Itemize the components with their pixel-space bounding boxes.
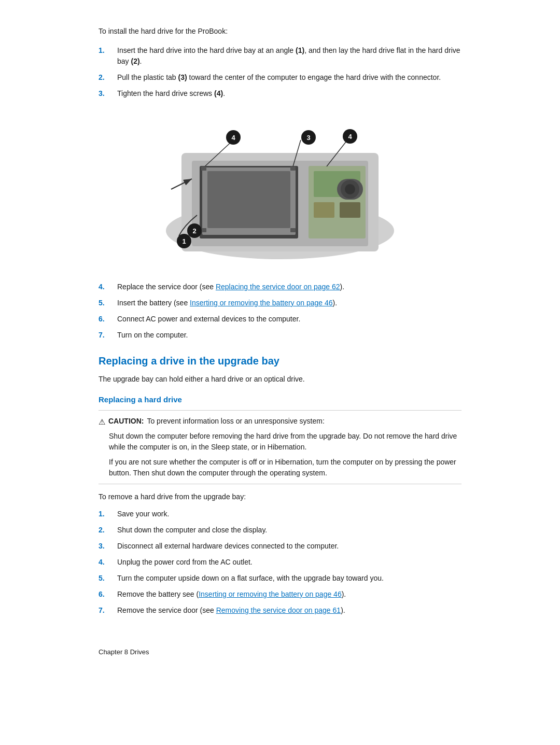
- step-2-num: 2.: [99, 72, 114, 83]
- remove-step-4-num: 4.: [99, 557, 114, 568]
- remove-step-5: 5. Turn the computer upside down on a fl…: [99, 573, 461, 584]
- page-container: To install the hard drive for the ProBoo…: [57, 0, 503, 688]
- install-step-3: 3. Tighten the hard drive screws (4).: [99, 88, 461, 99]
- post-step-6: 6. Connect AC power and external devices…: [99, 314, 461, 325]
- step-1-content: Insert the hard drive into the hard driv…: [117, 45, 461, 67]
- svg-rect-12: [314, 202, 334, 218]
- remove-step-5-content: Turn the computer upside down on a flat …: [117, 573, 461, 584]
- post-step-7-content: Turn on the computer.: [117, 330, 461, 341]
- remove-steps-list: 1. Save your work. 2. Shut down the comp…: [99, 509, 461, 616]
- post-step-7: 7. Turn on the computer.: [99, 330, 461, 341]
- post-step-5: 5. Insert the battery (see Inserting or …: [99, 298, 461, 308]
- remove-step-1: 1. Save your work.: [99, 509, 461, 519]
- remove-step-1-content: Save your work.: [117, 509, 461, 519]
- intro-paragraph: To install the hard drive for the ProBoo…: [99, 26, 461, 37]
- svg-text:4: 4: [348, 133, 352, 140]
- remove-step-3-content: Disconnect all external hardware devices…: [117, 541, 461, 552]
- battery-link-1[interactable]: Inserting or removing the battery on pag…: [190, 299, 333, 307]
- caution-body-1: Shut down the computer before removing t…: [99, 431, 461, 453]
- post-step-4-content: Replace the service door (see Replacing …: [117, 282, 461, 292]
- post-step-7-num: 7.: [99, 330, 114, 341]
- install-step-2: 2. Pull the plastic tab (3) toward the c…: [99, 72, 461, 83]
- remove-step-6-num: 6.: [99, 589, 114, 600]
- service-door-link[interactable]: Replacing the service door on page 62: [216, 283, 340, 291]
- svg-rect-7: [290, 166, 296, 171]
- post-diagram-steps-list: 4. Replace the service door (see Replaci…: [99, 282, 461, 341]
- svg-rect-9: [290, 228, 296, 232]
- remove-step-4-content: Unplug the power cord from the AC outlet…: [117, 557, 461, 568]
- post-step-5-content: Insert the battery (see Inserting or rem…: [117, 298, 461, 308]
- svg-text:4: 4: [231, 134, 235, 142]
- svg-rect-6: [201, 166, 206, 171]
- remove-step-7: 7. Remove the service door (see Removing…: [99, 605, 461, 616]
- remove-step-4: 4. Unplug the power cord from the AC out…: [99, 557, 461, 568]
- step-2-content: Pull the plastic tab (3) toward the cent…: [117, 72, 461, 83]
- remove-step-6-content: Remove the battery see (Inserting or rem…: [117, 589, 461, 600]
- install-step-1: 1. Insert the hard drive into the hard d…: [99, 45, 461, 67]
- caution-body: Shut down the computer before removing t…: [99, 431, 461, 479]
- step-3-num: 3.: [99, 88, 114, 99]
- remove-step-6: 6. Remove the battery see (Inserting or …: [99, 589, 461, 600]
- post-step-6-content: Connect AC power and external devices to…: [117, 314, 461, 325]
- remove-step-7-content: Remove the service door (see Removing th…: [117, 605, 461, 616]
- post-step-4-num: 4.: [99, 282, 114, 292]
- svg-point-16: [345, 184, 355, 194]
- svg-rect-8: [201, 228, 206, 232]
- remove-step-1-num: 1.: [99, 509, 114, 519]
- caution-body-2: If you are not sure whether the computer…: [99, 457, 461, 479]
- remove-intro: To remove a hard drive from the upgrade …: [99, 491, 461, 502]
- remove-step-7-num: 7.: [99, 605, 114, 616]
- caution-label: CAUTION:: [108, 416, 144, 427]
- remove-step-3: 3. Disconnect all external hardware devi…: [99, 541, 461, 552]
- post-step-5-num: 5.: [99, 298, 114, 308]
- hard-drive-diagram: 1 2 4 3 4: [156, 111, 404, 267]
- battery-link-2[interactable]: Inserting or removing the battery on pag…: [199, 590, 342, 598]
- svg-text:3: 3: [306, 134, 310, 142]
- diagram-container: 1 2 4 3 4: [99, 111, 461, 267]
- remove-step-2-num: 2.: [99, 525, 114, 536]
- remove-step-3-num: 3.: [99, 541, 114, 552]
- svg-rect-13: [340, 202, 360, 218]
- section-description: The upgrade bay can hold either a hard d…: [99, 374, 461, 385]
- caution-header-text: To prevent information loss or an unresp…: [147, 416, 324, 427]
- install-steps-list: 1. Insert the hard drive into the hard d…: [99, 45, 461, 99]
- svg-text:1: 1: [182, 237, 186, 245]
- step-3-content: Tighten the hard drive screws (4).: [117, 88, 461, 99]
- page-footer: Chapter 8 Drives: [99, 642, 461, 657]
- footer-page-chapter: Chapter 8 Drives: [99, 648, 149, 656]
- section-heading-large: Replacing a drive in the upgrade bay: [99, 353, 461, 369]
- post-step-6-num: 6.: [99, 314, 114, 325]
- caution-box: ⚠ CAUTION: To prevent information loss o…: [99, 410, 461, 485]
- svg-rect-5: [207, 171, 290, 228]
- step-1-num: 1.: [99, 45, 114, 56]
- remove-step-5-num: 5.: [99, 573, 114, 584]
- remove-step-2: 2. Shut down the computer and close the …: [99, 525, 461, 536]
- caution-triangle-icon: ⚠: [99, 416, 105, 428]
- svg-text:2: 2: [192, 227, 196, 235]
- remove-service-door-link[interactable]: Removing the service door on page 61: [216, 606, 341, 614]
- remove-step-2-content: Shut down the computer and close the dis…: [117, 525, 461, 536]
- section-heading-small: Replacing a hard drive: [99, 394, 461, 406]
- post-step-4: 4. Replace the service door (see Replaci…: [99, 282, 461, 292]
- caution-header: ⚠ CAUTION: To prevent information loss o…: [99, 416, 461, 428]
